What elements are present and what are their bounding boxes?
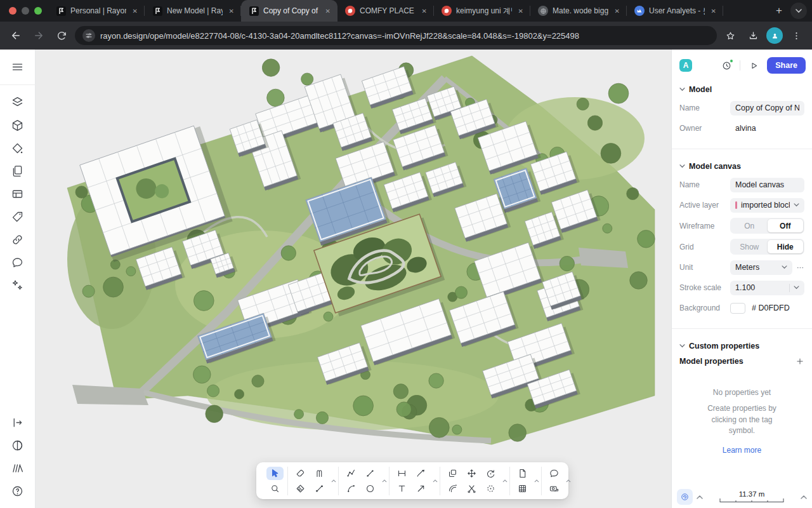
browser-tab[interactable]: Mate. wode bigge ✕ <box>530 0 627 22</box>
help-icon[interactable] <box>7 480 29 502</box>
trim-tool[interactable] <box>463 482 480 495</box>
browser-profile-avatar[interactable] <box>766 27 783 44</box>
move-tool[interactable] <box>463 467 480 480</box>
canvas-section-header[interactable]: Model canvas <box>679 162 804 171</box>
link-icon[interactable] <box>7 229 29 250</box>
arrow-tool[interactable] <box>412 482 429 495</box>
zoom-tool[interactable] <box>266 482 284 495</box>
leader-tool[interactable] <box>412 467 429 480</box>
canvas-name-input[interactable]: Model canvas <box>730 178 804 192</box>
forward-icon[interactable] <box>29 26 48 45</box>
version-history-icon[interactable] <box>718 57 735 74</box>
copy-icon[interactable] <box>7 160 29 182</box>
menu-icon[interactable] <box>7 56 29 77</box>
browser-tab[interactable]: New Model | Rayon ✕ <box>145 0 241 22</box>
site-info-icon[interactable] <box>82 29 95 42</box>
arc-tool[interactable] <box>343 482 360 495</box>
eraser-tool[interactable] <box>292 467 309 480</box>
chevron-up-icon[interactable] <box>801 495 807 499</box>
url-bar[interactable]: rayon.design/ope/model/e8227704-08/c-413… <box>75 26 717 45</box>
tab-close-icon[interactable]: ✕ <box>613 6 622 16</box>
maximize-window-icon[interactable] <box>34 7 42 15</box>
present-play-icon[interactable] <box>745 57 762 74</box>
background-color-swatch[interactable] <box>730 303 745 314</box>
unit-more-icon[interactable] <box>796 264 804 272</box>
ai-sparkles-icon[interactable] <box>7 274 29 296</box>
browser-tab[interactable]: COMFY PLACE | VI ✕ <box>337 0 434 22</box>
model-canvas-render[interactable] <box>36 50 671 508</box>
line-tool[interactable] <box>311 482 328 495</box>
new-tab-button[interactable]: + <box>770 2 788 20</box>
tab-close-icon[interactable]: ✕ <box>709 6 718 16</box>
comment-tool[interactable] <box>546 467 563 480</box>
select-tool[interactable] <box>266 467 284 480</box>
wall-tool[interactable] <box>311 467 328 480</box>
add-property-icon[interactable] <box>796 357 804 366</box>
circle-tool[interactable] <box>362 482 379 495</box>
wireframe-off-option[interactable]: Off <box>768 219 804 232</box>
centermark-tool[interactable] <box>482 482 499 495</box>
reload-icon[interactable] <box>52 26 71 45</box>
support-icon[interactable] <box>677 489 693 505</box>
browser-tab[interactable]: Copy of Copy of M ✕ <box>241 0 337 22</box>
close-window-icon[interactable] <box>9 7 16 15</box>
measure-tool[interactable] <box>546 482 563 495</box>
tool-group-expand-icon[interactable] <box>566 479 571 483</box>
tab-close-icon[interactable]: ✕ <box>516 6 525 16</box>
comment-icon[interactable] <box>7 251 29 273</box>
tool-group-expand-icon[interactable] <box>502 479 508 483</box>
rotate-tool[interactable] <box>482 467 499 480</box>
sheet-icon[interactable] <box>7 183 29 204</box>
tag-icon[interactable] <box>7 206 29 227</box>
duplicate-tool[interactable] <box>444 467 461 480</box>
unit-select[interactable]: Meters <box>730 260 792 275</box>
active-layer-select[interactable]: imported blocks <box>730 198 804 213</box>
tab-search-icon[interactable] <box>790 3 807 19</box>
segment-tool[interactable] <box>362 467 379 480</box>
theme-icon[interactable] <box>7 434 29 456</box>
share-button[interactable]: Share <box>767 57 806 74</box>
wireframe-on-option[interactable]: On <box>731 219 768 232</box>
dimension-tool[interactable] <box>393 467 410 480</box>
layers-icon[interactable] <box>7 91 29 113</box>
offset-tool[interactable] <box>444 482 461 495</box>
model-canvas-area[interactable] <box>36 50 671 508</box>
learn-more-link[interactable]: Learn more <box>679 446 804 455</box>
download-icon[interactable] <box>743 26 763 45</box>
tool-group-expand-icon[interactable] <box>433 479 438 483</box>
browser-tab[interactable]: User Analyets - 분석 ✕ <box>627 0 723 22</box>
grid-toggle[interactable]: Show Hide <box>730 239 804 255</box>
tool-group-expand-icon[interactable] <box>382 479 387 483</box>
tab-close-icon[interactable]: ✕ <box>227 6 236 16</box>
bookmark-star-icon[interactable] <box>721 26 740 45</box>
tool-group-expand-icon[interactable] <box>534 479 539 483</box>
text-tool[interactable] <box>393 482 410 495</box>
browser-tab[interactable]: Personal | Rayon ✕ <box>48 0 145 22</box>
hatch-tool[interactable] <box>292 482 309 495</box>
grid-show-option[interactable]: Show <box>731 240 768 253</box>
tab-close-icon[interactable]: ✕ <box>131 6 140 16</box>
tab-close-icon[interactable]: ✕ <box>324 6 332 16</box>
browser-menu-dots-icon[interactable] <box>787 26 806 45</box>
wireframe-toggle[interactable]: On Off <box>730 218 804 234</box>
polyline-tool[interactable] <box>343 467 360 480</box>
page-tool[interactable] <box>514 467 531 480</box>
block-icon[interactable] <box>7 114 29 136</box>
model-section-header[interactable]: Model <box>679 85 804 94</box>
stroke-scale-input[interactable]: 1.100 <box>730 281 804 295</box>
chevron-up-icon[interactable] <box>697 495 703 499</box>
tab-close-icon[interactable]: ✕ <box>420 6 429 16</box>
style-icon[interactable] <box>7 137 29 159</box>
model-name-input[interactable]: Copy of Copy of New M.. <box>730 101 804 116</box>
table-tool[interactable] <box>514 482 531 495</box>
browser-tab[interactable]: keimyung uni 계명 ✕ <box>434 0 530 22</box>
minimize-window-icon[interactable] <box>22 7 29 15</box>
back-icon[interactable] <box>6 26 25 45</box>
background-hex-value[interactable]: # D0FDFD <box>752 304 790 312</box>
tool-group-expand-icon[interactable] <box>331 479 336 483</box>
custom-properties-header[interactable]: Custom properties <box>679 342 804 351</box>
export-icon[interactable] <box>7 411 29 433</box>
grid-hide-option[interactable]: Hide <box>768 240 804 253</box>
user-avatar[interactable]: A <box>679 59 692 72</box>
library-icon[interactable] <box>7 457 29 479</box>
